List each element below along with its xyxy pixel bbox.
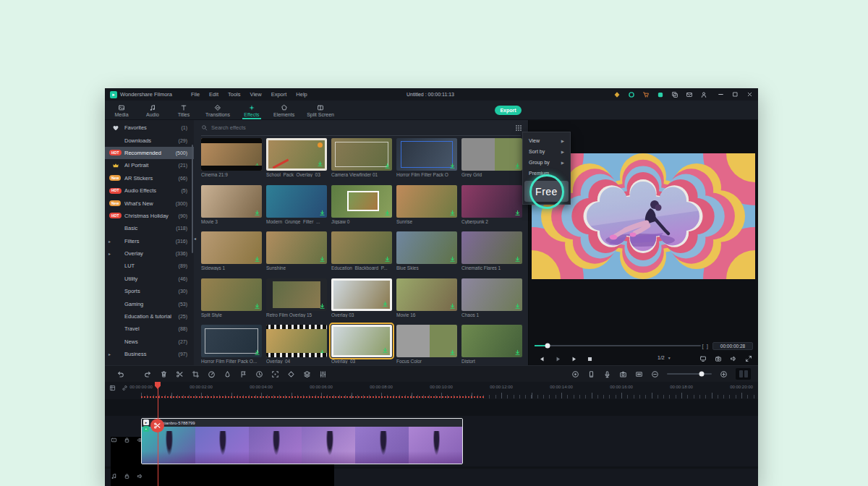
render-icon[interactable] (303, 370, 311, 378)
free-filter-option[interactable]: Free (524, 181, 569, 202)
zoom-out-icon[interactable] (651, 370, 659, 378)
speed-icon[interactable] (208, 370, 216, 378)
playhead-line[interactable] (158, 388, 159, 486)
sidebar-item[interactable]: Basic (118) (105, 222, 194, 234)
audio-mixer-icon[interactable] (319, 370, 327, 378)
duration-icon[interactable] (255, 370, 263, 378)
download-icon[interactable] (384, 210, 391, 216)
messages-icon[interactable] (686, 91, 693, 98)
effect-tile[interactable]: Camera Viewfinder 01 (331, 138, 392, 178)
tab-audio[interactable]: Audio (143, 104, 162, 119)
sidebar-item[interactable]: New What's New (300) (105, 197, 194, 209)
scrubber-track[interactable] (535, 345, 701, 346)
effect-tile[interactable]: Blue Skies (396, 231, 457, 271)
lock-track-icon[interactable] (124, 437, 130, 443)
expand-arrow-icon[interactable]: ▸ (109, 351, 111, 357)
menu-item[interactable]: Export (271, 91, 287, 98)
download-icon[interactable] (319, 303, 326, 310)
effect-tile[interactable]: Horror Film Filter Pack O (396, 138, 457, 178)
effect-tile[interactable]: Grey Grid (461, 138, 522, 178)
crop-icon[interactable] (192, 370, 200, 378)
color-correction-icon[interactable] (224, 370, 231, 378)
record-icon[interactable] (571, 370, 579, 378)
effect-tile[interactable]: Sideways 1 (201, 231, 262, 271)
sidebar-item[interactable]: LUT (89) (105, 260, 194, 272)
expand-arrow-icon[interactable]: ▸ (109, 251, 111, 256)
tab-effects[interactable]: Effects (242, 104, 261, 119)
timeline-ruler[interactable]: 00:00:00:0000:00:02:0000:00:04:0000:00:0… (105, 382, 758, 399)
detach-display-icon[interactable] (699, 355, 707, 362)
sidebar-item[interactable]: News (27) (105, 336, 194, 348)
effect-tile[interactable]: Cinema 21:9 (201, 138, 262, 178)
sidebar-item[interactable]: ▸ Filters (316) (105, 235, 194, 247)
sidebar-item[interactable]: New AR Stickers (66) (105, 172, 194, 184)
video-track-icon[interactable] (111, 437, 117, 443)
search-input[interactable]: Search effects (211, 124, 246, 131)
voiceover-icon[interactable] (603, 370, 611, 378)
effect-tile[interactable]: Education_Blackboard_P... (331, 231, 392, 271)
download-icon[interactable] (382, 301, 388, 307)
zoom-fit-icon[interactable] (635, 370, 643, 378)
download-icon[interactable] (254, 256, 260, 263)
effect-tile[interactable]: Cyberpunk 2 (461, 185, 522, 225)
effect-tile[interactable]: Modern_Grunge_Filter_... (266, 185, 327, 225)
mute-icon[interactable] (730, 355, 737, 362)
tab-transitions[interactable]: Transitions (205, 104, 230, 119)
maximize-button[interactable] (732, 91, 739, 98)
expand-arrow-icon[interactable]: ▸ (109, 239, 111, 244)
timeline-zoom-slider[interactable] (667, 373, 712, 375)
lock-track-icon[interactable] (124, 473, 130, 479)
fullscreen-icon[interactable] (745, 355, 752, 362)
effect-tile[interactable]: Horror Film Filter Pack O... (201, 325, 262, 364)
download-icon[interactable] (254, 349, 260, 356)
split-icon[interactable] (176, 370, 184, 378)
menu-option[interactable]: Sort by ▶ (523, 146, 570, 157)
cut-at-playhead-button[interactable] (150, 419, 164, 432)
download-icon[interactable] (514, 163, 521, 169)
menu-item[interactable]: File (191, 91, 200, 98)
download-icon[interactable] (319, 210, 326, 216)
effect-tile[interactable]: Distort (461, 325, 522, 364)
menu-option[interactable]: Group by ▶ (523, 157, 570, 168)
menu-item[interactable]: Edit (209, 91, 218, 98)
link-clips-icon[interactable] (122, 385, 128, 391)
effect-tile[interactable]: Movie 16 (396, 278, 457, 318)
keyframe-icon[interactable] (287, 370, 295, 378)
mark-out-button[interactable]: ] (707, 343, 708, 349)
mark-in-button[interactable]: [ (702, 343, 704, 349)
preview-scale-select[interactable]: 1/2 ▼ (658, 355, 671, 360)
redo-icon[interactable] (144, 370, 152, 378)
download-icon[interactable] (384, 163, 391, 169)
preview-scrubber[interactable]: [ ] 00:00:00:28 (535, 341, 753, 350)
cart-icon[interactable] (642, 91, 650, 98)
tab-elements[interactable]: Elements (273, 104, 294, 119)
search-bar[interactable]: Search effects (201, 120, 521, 136)
tab-media[interactable]: Media (112, 104, 131, 119)
sidebar-item[interactable]: Gaming (53) (105, 297, 194, 310)
effect-tile[interactable]: Chaos 1 (461, 278, 522, 318)
minimize-button[interactable] (718, 91, 724, 98)
download-icon[interactable] (449, 349, 456, 356)
panel-options-icon[interactable] (515, 124, 522, 132)
menu-item[interactable]: Tools (228, 91, 241, 98)
zoom-slider-handle[interactable] (699, 372, 705, 377)
sidebar-item[interactable]: HOT Audio Effects (5) (105, 184, 194, 197)
mute-track-icon[interactable] (137, 473, 143, 479)
close-button[interactable] (746, 91, 753, 98)
sidebar-item[interactable]: Utility (46) (105, 273, 194, 285)
menu-option[interactable]: View ▶ (523, 135, 570, 146)
effect-tile[interactable]: Sunrise (396, 185, 457, 225)
download-icon[interactable] (384, 256, 391, 263)
effect-tile[interactable]: Overlay_03 (331, 325, 392, 364)
files-icon[interactable] (671, 91, 678, 98)
layout-toggle[interactable] (736, 368, 751, 380)
download-icon[interactable] (449, 163, 456, 169)
effect-tile[interactable]: Overlay_04 (266, 325, 327, 364)
tab-split-screen[interactable]: Split Screen (307, 104, 334, 119)
sidebar-item[interactable]: HOT Christmas Holiday (90) (105, 210, 194, 222)
effect-tile[interactable]: Focus Color (396, 325, 457, 364)
effect-tile[interactable]: School_Pack_Overlay_03 (266, 138, 327, 178)
download-icon[interactable] (254, 303, 260, 310)
download-icon[interactable] (449, 210, 456, 216)
download-icon[interactable] (317, 161, 323, 167)
